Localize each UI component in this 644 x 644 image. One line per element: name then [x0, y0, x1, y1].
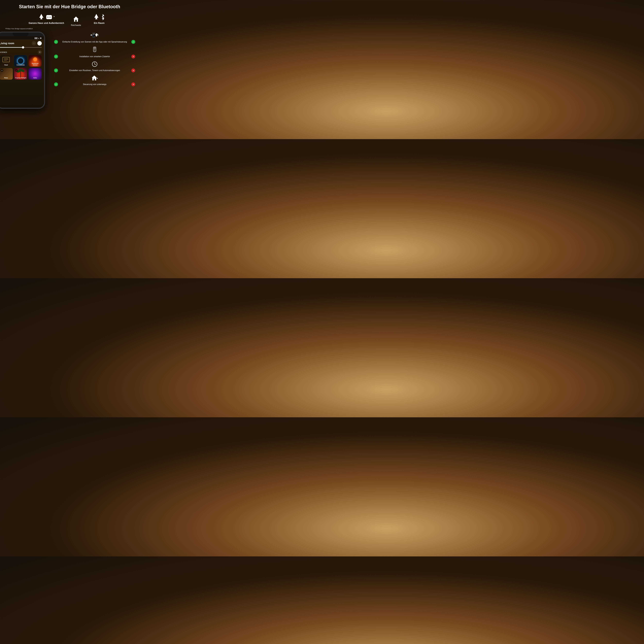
read-icon — [0, 56, 13, 63]
signal-icon: ▐▐▐ — [34, 37, 37, 39]
feature-remote: ✓ Steuerung von unterwegs ✕ — [54, 75, 135, 86]
concentrate-rings — [17, 58, 24, 64]
hue-bridge-icon — [46, 14, 52, 20]
check-green-scenes-bridge: ✓ — [54, 40, 58, 44]
bluetooth-label: Ein Raum — [94, 22, 104, 25]
top-section: * Ganzes Haus und Außenbereich Reichweit… — [0, 12, 139, 26]
phone-screen: Living room ··· SCENES + — [0, 40, 44, 108]
phone-container: ▐▐▐ ▲ ▮▮ Living room ··· — [0, 32, 50, 111]
clock-svg — [92, 61, 98, 67]
check-green-acc-bridge: ✓ — [54, 55, 58, 58]
check-right-routines: ✕ — [130, 69, 135, 72]
scene-card-tropical[interactable]: ··· Tropical Twilight — [14, 68, 27, 80]
range-label: Reichweite — [71, 24, 81, 26]
routines-icon — [54, 61, 135, 68]
svg-point-6 — [50, 17, 51, 18]
check-left-remote: ✓ — [54, 82, 59, 86]
svg-point-25 — [94, 51, 95, 51]
brightness-slider-container — [0, 46, 44, 50]
phone-header-icons: ··· — [32, 41, 42, 45]
home-svg — [73, 16, 79, 22]
scenes-grid: Read Concentrate — [0, 55, 44, 80]
feature-row-remote: ✓ Steuerung von unterwegs ✕ — [54, 82, 135, 86]
phone-notch — [13, 33, 28, 36]
feature-text-scenes: Einfache Erstellung von Szenen mit der A… — [59, 40, 130, 43]
feature-text-remote: Steuerung von unterwegs — [59, 83, 130, 86]
svg-point-5 — [49, 17, 49, 18]
svg-rect-23 — [94, 48, 95, 48]
bridge-label: Ganzes Haus und Außenbereich — [29, 22, 64, 25]
wifi-icon: ▲ — [38, 37, 39, 39]
phone-frame: ▐▐▐ ▲ ▮▮ Living room ··· — [0, 32, 45, 109]
svg-point-4 — [47, 17, 48, 18]
bluetooth-icons — [93, 13, 105, 21]
feature-routines: ✓ Einstellen von Routinen, Timern und Au… — [54, 61, 135, 72]
check-right-remote: ✕ — [130, 82, 135, 86]
house-arrow-svg — [91, 75, 98, 81]
edit-pencil-icon[interactable]: ✏ — [1, 69, 3, 72]
svg-marker-8 — [94, 14, 98, 18]
power-toggle[interactable] — [37, 41, 42, 45]
svg-line-29 — [95, 64, 96, 65]
scene-card-soho[interactable]: Soho — [28, 68, 42, 80]
add-scene-button[interactable]: + — [38, 50, 42, 54]
scenes-label: SCENES — [0, 51, 7, 53]
check-left-routines: ✓ — [54, 69, 59, 72]
scene-name-read: Read — [1, 64, 12, 66]
check-green-scenes-bt: ✓ — [131, 40, 135, 44]
check-right-accessories: ✕ — [130, 55, 135, 58]
slider-thumb[interactable] — [22, 46, 24, 49]
check-left-accessories: ✓ — [54, 55, 59, 58]
scene-card-concentrate[interactable]: Concentrate — [14, 55, 27, 67]
feature-row-routines: ✓ Einstellen von Routinen, Timern und Au… — [54, 69, 135, 72]
check-left-scenes: ✓ — [54, 40, 59, 44]
svg-marker-0 — [39, 14, 43, 18]
scene-name-relax: Relax — [1, 77, 12, 79]
scenes-header: SCENES + — [0, 50, 44, 55]
scene-name-soho: Soho — [29, 77, 41, 79]
voice-control-icon: 📲 🗣 — [54, 32, 135, 39]
scene-card-savannah[interactable]: Savannah Sunset — [28, 55, 42, 67]
scene-card-relax[interactable]: ✏ Relax — [0, 68, 13, 80]
check-red-remote-bt: ✕ — [131, 82, 135, 86]
svg-marker-30 — [92, 75, 97, 80]
room-title: Living room — [0, 42, 14, 45]
home-icon — [73, 16, 79, 23]
bridge-icons: * — [38, 13, 55, 21]
slider-fill — [0, 47, 23, 48]
main-title: Starten Sie mit der Hue Bridge oder Blue… — [0, 0, 139, 12]
svg-rect-9 — [96, 18, 97, 19]
bluetooth-icon — [100, 14, 105, 20]
battery-icon: ▮▮ — [40, 37, 41, 39]
scene-card-read[interactable]: Read — [0, 55, 13, 67]
feature-row-scenes: ✓ Einfache Erstellung von Szenen mit der… — [54, 40, 135, 44]
svg-rect-16 — [20, 71, 21, 78]
feature-row-accessories: ✓ Installation von smartem Zubehör ✕ — [54, 55, 135, 58]
bridge-section: * Ganzes Haus und Außenbereich — [28, 13, 64, 25]
svg-text:🗣: 🗣 — [95, 33, 99, 37]
content-area: ▐▐▐ ▲ ▮▮ Living room ··· — [0, 29, 139, 117]
phone-header: Living room ··· — [0, 40, 44, 46]
voice-icons-svg: 📲 🗣 — [90, 32, 100, 38]
check-right-scenes: ✓ — [130, 40, 135, 44]
svg-rect-1 — [41, 18, 42, 19]
hue-lamp-icon — [38, 13, 45, 21]
feature-text-accessories: Installation von smartem Zubehör — [59, 55, 130, 58]
savannah-sun — [33, 57, 37, 61]
accessories-icon — [54, 47, 135, 54]
features-section: 📲 🗣 ✓ Einfache Erstellung von Szenen mit… — [44, 29, 139, 90]
svg-text:📲: 📲 — [90, 33, 95, 37]
status-bar: ▐▐▐ ▲ ▮▮ — [0, 36, 44, 40]
more-options-button[interactable]: ··· — [32, 41, 36, 45]
brightness-slider[interactable] — [0, 47, 42, 48]
range-section: Reichweite — [64, 13, 88, 26]
bridge-asterisk: * — [53, 15, 55, 19]
check-red-acc-bt: ✕ — [131, 55, 135, 58]
remote-icon — [54, 75, 135, 82]
svg-marker-7 — [73, 16, 79, 22]
more-options-icon[interactable]: ··· — [15, 69, 18, 72]
scene-name-concentrate: Concentrate — [15, 64, 26, 66]
svg-point-19 — [19, 69, 23, 71]
scene-name-tropical: Tropical Twilight — [15, 77, 26, 79]
check-green-routines-bridge: ✓ — [54, 69, 58, 72]
